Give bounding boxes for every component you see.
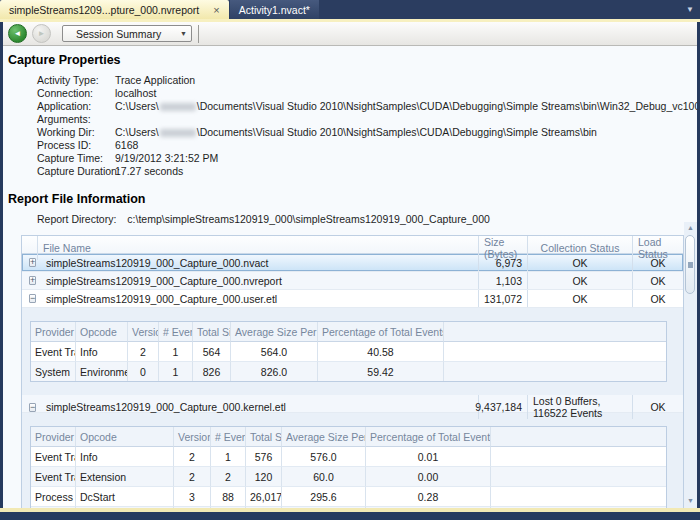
property-value: localhost <box>115 87 156 100</box>
property-value: C:\Users\\Documents\Visual Studio 2010\N… <box>115 126 597 139</box>
tab-activity1[interactable]: Activity1.nvact* <box>230 0 319 19</box>
path-suffix: \Documents\Visual Studio 2010\NsightSamp… <box>197 100 697 112</box>
column-header-filler <box>444 322 666 342</box>
opcode-cell: Environment <box>76 362 128 381</box>
property-label: Arguments: <box>37 113 115 126</box>
file-row-user-etl[interactable]: − simpleStreams120919_000_Capture_000.us… <box>22 290 683 308</box>
file-row-kernel-etl[interactable]: − simpleStreams120919_000_Capture_000.ke… <box>22 395 683 413</box>
version-cell: 0 <box>128 362 159 381</box>
report-window: simpleStreams1209...pture_000.nvreport ×… <box>0 0 700 520</box>
files-grid: File Name Size (Bytes) Collection Status… <box>21 235 684 508</box>
opcode-cell: Info <box>76 342 128 362</box>
column-header-percentage[interactable]: Percentage of Total Events Sizes (%) <box>318 322 444 342</box>
sub-table-header: Provider Opcode Version # Events Total S… <box>31 427 666 447</box>
file-name: simpleStreams120919_000_Capture_000.nvac… <box>37 254 478 271</box>
avg-size-cell: 826.0 <box>231 362 318 381</box>
forward-button[interactable]: ► <box>32 24 51 43</box>
column-header-provider[interactable]: Provider <box>31 322 76 342</box>
total-size-cell: 826 <box>193 362 231 381</box>
report-directory-row: Report Directory:c:\temp\simpleStreams12… <box>37 213 697 226</box>
collapse-icon[interactable]: − <box>29 294 36 303</box>
percentage-cell: 59.42 <box>318 362 444 381</box>
column-header-avg-size[interactable]: Average Size Per Event <box>231 322 318 342</box>
tab-label: simpleStreams1209...pture_000.nvreport <box>9 4 199 16</box>
table-row[interactable]: Event Trace Extension 2 2 120 60.0 0.00 <box>31 467 666 487</box>
scrollbar-thumb[interactable] <box>685 235 695 294</box>
scrollbar-grip-icon <box>688 262 693 268</box>
provider-cell: Event Trace <box>31 447 76 467</box>
file-name: simpleStreams120919_000_Capture_000.kern… <box>37 395 478 419</box>
column-header-version[interactable]: Version <box>128 322 159 342</box>
column-header-opcode[interactable]: Opcode <box>76 322 128 342</box>
vertical-scrollbar[interactable]: ▲ ▼ <box>684 222 697 508</box>
property-label: Activity Type: <box>37 74 115 87</box>
percentage-cell: 0.00 <box>366 467 491 487</box>
total-size-cell: 26,017 <box>246 487 282 507</box>
tab-nvreport[interactable]: simpleStreams1209...pture_000.nvreport × <box>0 0 229 19</box>
property-value: C:\Users\\Documents\Visual Studio 2010\N… <box>115 100 697 113</box>
window-bottom-accent <box>0 508 700 512</box>
tab-overflow-icon[interactable]: ▼ <box>686 5 694 14</box>
property-value: Trace Application <box>115 74 195 87</box>
scroll-down-icon[interactable]: ▼ <box>684 495 697 507</box>
file-row-nvreport[interactable]: + simpleStreams120919_000_Capture_000.nv… <box>22 272 683 290</box>
events-cell: 88 <box>211 487 246 507</box>
close-icon[interactable]: × <box>213 5 219 15</box>
total-size-cell: 564 <box>193 342 231 362</box>
column-header-opcode[interactable]: Opcode <box>76 427 174 447</box>
expand-icon[interactable]: + <box>29 276 36 285</box>
load-status: OK <box>632 272 683 289</box>
report-toolbar: ◄ ► Session Summary ▼ <box>3 22 697 46</box>
property-row-arguments: Arguments: <box>37 113 697 126</box>
table-row[interactable]: Process DcStart 3 88 26,017 295.6 0.28 <box>31 487 666 507</box>
user-etl-sub-table: Provider Opcode Version # Events Total S… <box>30 321 667 382</box>
version-cell: 2 <box>174 467 211 487</box>
file-name: simpleStreams120919_000_Capture_000.user… <box>37 290 478 307</box>
scroll-up-icon[interactable]: ▲ <box>684 222 697 234</box>
expand-icon[interactable]: + <box>29 258 36 267</box>
table-row[interactable]: System Environment 0 1 826 826.0 59.42 <box>31 362 666 381</box>
path-prefix: C:\Users\ <box>115 126 159 138</box>
property-row-capture-time: Capture Time: 9/19/2012 3:21:52 PM <box>37 152 697 165</box>
view-selector-dropdown[interactable]: Session Summary ▼ <box>62 25 192 42</box>
version-cell: 2 <box>128 342 159 362</box>
column-header-events[interactable]: # Events <box>211 427 246 447</box>
property-value: 9/19/2012 3:21:52 PM <box>115 152 218 165</box>
table-row[interactable]: Event Trace Info 2 1 576 576.0 0.01 <box>31 447 666 467</box>
column-header-avg-size[interactable]: Average Size Per Event <box>282 427 366 447</box>
column-header-filler <box>491 427 666 447</box>
opcode-cell: Extension <box>76 467 174 487</box>
load-status: OK <box>632 395 683 419</box>
events-cell: 2 <box>211 467 246 487</box>
file-row-nvact[interactable]: + simpleStreams120919_000_Capture_000.nv… <box>22 254 683 272</box>
column-header-total-size[interactable]: Total Size <box>193 322 231 342</box>
file-name: simpleStreams120919_000_Capture_000.nvre… <box>37 272 478 289</box>
column-header-total-size[interactable]: Total Size <box>246 427 282 447</box>
collection-status: OK <box>527 290 632 307</box>
filler-cell <box>491 447 666 467</box>
column-header-percentage[interactable]: Percentage of Total Events Sizes (%) <box>366 427 491 447</box>
file-size: 9,437,184 <box>478 395 527 419</box>
table-row[interactable]: Event Trace Info 2 1 564 564.0 40.58 <box>31 342 666 362</box>
column-header-events[interactable]: # Events <box>159 322 193 342</box>
load-status: OK <box>632 290 683 307</box>
sub-table-header: Provider Opcode Version # Events Total S… <box>31 322 666 342</box>
file-size: 6,973 <box>478 254 527 271</box>
provider-cell: Process <box>31 487 76 507</box>
capture-properties-title: Capture Properties <box>8 53 697 67</box>
column-header-provider[interactable]: Provider <box>31 427 76 447</box>
back-button[interactable]: ◄ <box>8 24 27 43</box>
chevron-down-icon: ▼ <box>176 30 191 37</box>
column-header-version[interactable]: Version <box>174 427 211 447</box>
collection-status: Lost 0 Buffers, 116522 Events <box>527 395 632 419</box>
avg-size-cell: 576.0 <box>282 447 366 467</box>
events-cell: 1 <box>159 342 193 362</box>
kernel-etl-sub-table: Provider Opcode Version # Events Total S… <box>30 426 667 508</box>
avg-size-cell: 564.0 <box>231 342 318 362</box>
opcode-cell: DcStart <box>76 487 174 507</box>
collapse-icon[interactable]: − <box>29 403 36 412</box>
property-row-process-id: Process ID: 6168 <box>37 139 697 152</box>
property-label: Application: <box>37 100 115 113</box>
back-icon: ◄ <box>14 29 22 38</box>
events-cell: 1 <box>211 447 246 467</box>
